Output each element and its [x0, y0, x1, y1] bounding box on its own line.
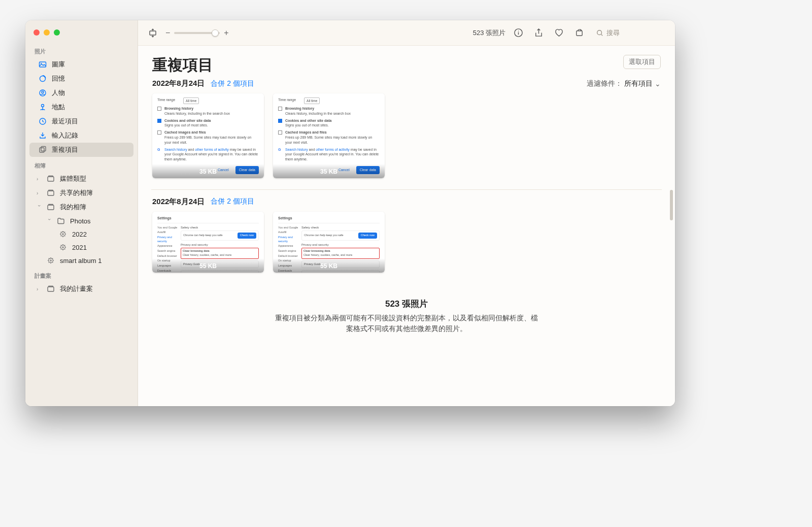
close-window-button[interactable]	[33, 29, 40, 36]
sidebar-item-library[interactable]: 圖庫	[29, 57, 133, 72]
page-title: 重複項目	[152, 55, 213, 76]
sidebar-item-memories[interactable]: 回憶	[29, 72, 133, 86]
svg-rect-23	[576, 31, 582, 36]
sidebar-smart-album-1[interactable]: smart album 1	[29, 254, 133, 267]
folder-icon	[57, 217, 65, 225]
app-window: 照片 圖庫 回憶 人物 地點 最近項目 輸入記錄 重複項目 相簿	[25, 20, 675, 406]
svg-rect-8	[40, 148, 44, 152]
clock-icon	[39, 117, 47, 125]
file-size-badge: 35 KB	[273, 164, 385, 178]
group-header: 2022年8月24日 合併 2 個項目 過濾條件： 所有項目 ⌄	[152, 79, 661, 88]
info-button[interactable]	[511, 26, 526, 40]
sidebar-smart-album-2021[interactable]: 2021	[29, 241, 133, 254]
sidebar-item-my-albums[interactable]: › 我的相簿	[29, 200, 133, 214]
svg-rect-11	[48, 191, 54, 195]
scrollbar[interactable]	[670, 190, 673, 220]
gear-icon	[59, 243, 67, 251]
chevron-down-icon: ›	[47, 218, 52, 223]
sidebar-item-label: 我的相簿	[60, 203, 126, 212]
sidebar-item-places[interactable]: 地點	[29, 100, 133, 114]
duplicates-icon	[39, 146, 47, 154]
group-header: 2022年8月24日 合併 2 個項目	[152, 197, 661, 207]
album-icon	[47, 175, 55, 183]
chevron-right-icon: ›	[37, 286, 42, 292]
chevron-down-icon: ›	[37, 205, 42, 210]
search-placeholder: 搜尋	[606, 28, 620, 38]
svg-rect-0	[40, 62, 46, 67]
footer-count: 523 張照片	[152, 298, 661, 310]
duplicate-thumbnail[interactable]: Time range All time Browsing historyClea…	[273, 93, 385, 178]
sidebar-item-label: 輸入記錄	[52, 131, 126, 140]
select-items-button[interactable]: 選取項目	[623, 55, 661, 69]
svg-point-18	[50, 260, 52, 261]
sidebar-section-photos: 照片	[25, 43, 138, 57]
sidebar-section-albums: 相簿	[25, 157, 138, 172]
svg-rect-19	[48, 287, 54, 291]
favorite-button[interactable]	[551, 26, 566, 40]
sidebar-folder-photos[interactable]: › Photos	[29, 214, 133, 227]
duplicate-thumbnail[interactable]: Time range All time Browsing historyClea…	[152, 93, 264, 178]
filter-dropdown[interactable]: 過濾條件： 所有項目 ⌄	[587, 79, 661, 88]
file-size-badge: 55 KB	[273, 258, 385, 273]
svg-rect-9	[41, 147, 46, 151]
zoom-slider[interactable]	[174, 32, 220, 34]
search-icon	[596, 29, 603, 37]
duplicate-thumbnail[interactable]: Settings You and GoogleAutofillPrivacy a…	[152, 212, 264, 273]
aspect-toggle-button[interactable]	[145, 26, 160, 40]
photo-count-label: 523 張照片	[473, 28, 505, 38]
svg-point-22	[518, 30, 519, 31]
sidebar-item-label: Photos	[70, 217, 126, 225]
share-button[interactable]	[531, 26, 546, 40]
sidebar-item-recents[interactable]: 最近項目	[29, 114, 133, 128]
sidebar-item-label: 最近項目	[52, 117, 126, 126]
duplicate-thumbnail[interactable]: Settings You and GoogleAutofillPrivacy a…	[273, 212, 385, 273]
chevron-right-icon: ›	[37, 176, 42, 182]
sidebar-item-label: 地點	[52, 103, 126, 112]
merge-link[interactable]: 合併 2 個項目	[211, 79, 254, 88]
sidebar-item-label: 2021	[72, 244, 126, 251]
search-input[interactable]: 搜尋	[592, 26, 668, 40]
zoom-plus-icon[interactable]: +	[224, 28, 228, 38]
sidebar: 照片 圖庫 回憶 人物 地點 最近項目 輸入記錄 重複項目 相簿	[25, 20, 138, 406]
content-area: 重複項目 選取項目 2022年8月24日 合併 2 個項目 過濾條件： 所有項目…	[138, 46, 675, 406]
album-icon	[47, 203, 55, 211]
sidebar-item-label: 2022	[72, 230, 126, 238]
svg-point-24	[597, 30, 602, 35]
sidebar-item-duplicates[interactable]: 重複項目	[29, 143, 133, 157]
svg-point-16	[62, 247, 64, 248]
sidebar-item-label: 共享的相簿	[60, 188, 126, 197]
sidebar-item-label: 回憶	[52, 74, 126, 83]
album-icon	[47, 189, 55, 197]
svg-point-6	[42, 105, 44, 107]
window-controls	[25, 25, 138, 43]
sidebar-item-shared-albums[interactable]: › 共享的相簿	[29, 186, 133, 200]
sidebar-item-my-projects[interactable]: › 我的計畫案	[29, 282, 133, 296]
memories-icon	[39, 75, 47, 83]
sidebar-item-people[interactable]: 人物	[29, 86, 133, 100]
svg-point-5	[42, 91, 44, 93]
sidebar-item-imports[interactable]: 輸入記錄	[29, 128, 133, 143]
chevron-right-icon: ›	[37, 190, 42, 196]
merge-link[interactable]: 合併 2 個項目	[211, 197, 254, 206]
rotate-button[interactable]	[571, 26, 587, 40]
gear-icon	[47, 256, 55, 265]
chevron-down-icon: ⌄	[655, 80, 661, 88]
svg-rect-12	[48, 205, 54, 210]
main-area: − + 523 張照片 搜尋 重複項目 選取項目	[138, 20, 675, 406]
footer-info: 523 張照片 重複項目被分類為兩個可能有不同後設資料的完整副本，以及看似相同但…	[152, 298, 661, 334]
sidebar-section-projects: 計畫案	[25, 267, 138, 282]
sidebar-item-media-types[interactable]: › 媒體類型	[29, 172, 133, 186]
minimize-window-button[interactable]	[44, 29, 50, 36]
sidebar-item-label: 圖庫	[52, 60, 126, 69]
zoom-minus-icon[interactable]: −	[165, 28, 170, 38]
zoom-control[interactable]: − +	[165, 28, 229, 38]
sidebar-smart-album-2022[interactable]: 2022	[29, 227, 133, 241]
group-date: 2022年8月24日	[152, 79, 205, 88]
sidebar-item-label: smart album 1	[60, 257, 126, 265]
import-icon	[39, 131, 47, 140]
sidebar-item-label: 媒體類型	[60, 174, 126, 183]
fullscreen-window-button[interactable]	[54, 29, 60, 36]
group-date: 2022年8月24日	[152, 197, 205, 207]
thumbnail-row: Time range All time Browsing historyClea…	[152, 93, 661, 178]
file-size-badge: 55 KB	[152, 258, 264, 273]
